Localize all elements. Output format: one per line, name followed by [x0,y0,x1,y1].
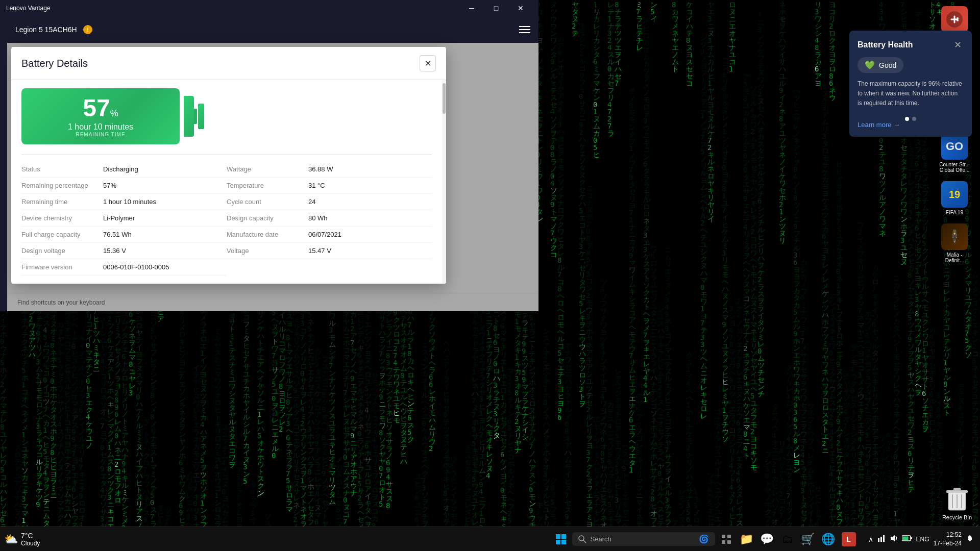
cycle-count-value: 24 [308,198,315,206]
health-title: Battery Health [857,40,913,49]
mafia-label: Mafia - Definit... [937,252,972,263]
battery-charge-indicator [198,104,204,129]
svg-rect-11 [556,534,560,539]
svg-rect-25 [911,537,912,539]
taskbar-explorer[interactable]: 📁 [738,530,756,548]
svg-rect-13 [556,540,560,544]
design-voltage-value: 15.36 V [103,247,126,255]
recycle-bin[interactable]: Recycle Bin [942,486,972,520]
svg-rect-14 [561,540,566,544]
modal-divider [21,155,432,155]
design-capacity-value: 80 Wh [308,214,328,222]
svg-rect-22 [880,537,882,542]
fifa19-label: FIFA 19 [946,210,963,215]
taskbar-center: Search 🌀 📁 💬 🗂 [548,530,862,548]
taskbar-search[interactable]: Search 🌀 [572,532,715,546]
battery-gauge-container: 57 % 1 hour 10 minutes REMAINING TIME [21,88,432,144]
svg-rect-7 [953,488,961,491]
remaining-pct-label: Remaining percentage [21,182,103,189]
maximize-button[interactable]: □ [484,0,508,16]
app-icon-mafia[interactable]: 🕴 Mafia - Definit... [935,221,974,265]
main-content: Legion 5 15ACH6H ! Pow This secti... lif… [7,16,538,311]
minimize-button[interactable]: ─ [460,0,483,16]
recycle-bin-icon [944,486,970,512]
modal-scrollbar[interactable] [442,80,446,284]
health-badge-icon: 💚 [865,60,875,70]
taskbar-file-manager[interactable]: 🗂 [778,530,797,548]
taskbar-chrome[interactable]: 🌐 [819,530,838,548]
device-name: Legion 5 15ACH6H [15,26,77,34]
window-title: Lenovo Vantage [6,5,51,12]
sidebar-strip [0,16,7,311]
chemistry-label: Device chemistry [21,214,103,222]
windows-start-button[interactable] [552,530,570,548]
close-button[interactable]: ✕ [509,0,532,16]
system-clock[interactable]: 12:52 17-Feb-24 [934,531,962,548]
hamburger-menu[interactable] [519,26,530,33]
weather-icon: ⛅ [4,533,18,546]
battery-plug [184,96,194,137]
health-description: The maximum capacity is 96% relative to … [857,79,964,109]
weather-widget[interactable]: ⛅ 7°C Cloudy [4,532,40,547]
device-header: Legion 5 15ACH6H ! [7,16,538,43]
info-row-cycle-count: Cycle count 24 [227,194,432,210]
taskbar-teams[interactable]: 💬 [758,530,776,548]
lenovo-vantage-window: Lenovo Vantage ─ □ ✕ Legion 5 15ACH6H ! [0,0,538,311]
task-view-button[interactable] [717,530,736,548]
desktop: Game Center 📦 Soft 🎯 Counter-Str... GO [0,0,980,551]
svg-rect-26 [902,537,908,540]
voltage-value: 15.47 V [308,247,331,255]
cycle-count-label: Cycle count [227,198,308,206]
firmware-value: 0006-010F-0100-0005 [103,263,169,271]
info-row-firmware: Firmware version 0006-010F-0100-0005 [21,259,227,276]
svg-line-16 [583,540,586,543]
info-row-wattage: Wattage 36.88 W [227,161,432,178]
info-row-full-charge: Full charge capacity 76.51 Wh [21,227,227,243]
taskbar-store[interactable]: 🛒 [799,530,817,548]
clock-time: 12:52 [934,531,962,539]
modal-body: 57 % 1 hour 10 minutes REMAINING TIME [11,80,442,284]
gauge-percentage-display: 57 % [83,96,118,120]
app-icon-csgo[interactable]: GO Counter-Str... Global Offe... [935,131,974,175]
info-row-design-capacity: Design capacity 80 Wh [227,210,432,227]
notification-button[interactable] [966,534,974,544]
taskbar-app-l[interactable]: L [840,530,858,548]
svg-rect-17 [722,535,725,538]
temperature-label: Temperature [227,182,308,189]
info-row-remaining-time: Remaining time 1 hour 10 minutes [21,194,227,210]
ham-line-2 [519,29,530,30]
svg-rect-18 [727,535,731,538]
tray-network[interactable] [877,534,886,544]
temperature-value: 31 °C [308,182,325,189]
taskbar: ⛅ 7°C Cloudy [0,527,980,551]
health-popup-header: Battery Health ✕ [857,39,964,51]
tray-overflow[interactable]: ∧ [868,535,873,543]
dot-1 [905,117,909,121]
modal-body-container: 57 % 1 hour 10 minutes REMAINING TIME [11,80,446,284]
tray-volume[interactable] [890,534,898,544]
battery-gauge-box: 57 % 1 hour 10 minutes REMAINING TIME [21,88,180,144]
info-col-right: Wattage 36.88 W Temperature 31 °C [227,161,432,276]
battery-gauge: 57 % 1 hour 10 minutes REMAINING TIME [21,88,432,144]
modal-header: Battery Details ✕ [11,47,446,80]
health-dots-indicator [857,117,964,121]
recycle-bin-label: Recycle Bin [942,514,972,520]
tray-battery[interactable] [902,534,912,544]
status-value: Discharging [103,165,138,173]
ham-line-1 [519,26,530,27]
modal-close-button[interactable]: ✕ [420,55,436,71]
language-indicator[interactable]: ENG [916,536,929,543]
health-close-button[interactable]: ✕ [951,39,964,51]
design-capacity-label: Design capacity [227,214,308,222]
full-charge-label: Full charge capacity [21,231,103,238]
weather-condition: Cloudy [21,540,40,547]
info-row-temperature: Temperature 31 °C [227,178,432,194]
search-icon [578,535,586,543]
info-row-chemistry: Device chemistry Li-Polymer [21,210,227,227]
search-placeholder: Search [591,535,611,543]
app-icon-fifa19[interactable]: 19 FIFA 19 [939,179,970,217]
fifa19-icon: 19 [941,181,968,208]
learn-more-link[interactable]: Learn more → [857,121,964,129]
voltage-label: Voltage [227,247,308,255]
weather-info: 7°C Cloudy [21,532,40,547]
